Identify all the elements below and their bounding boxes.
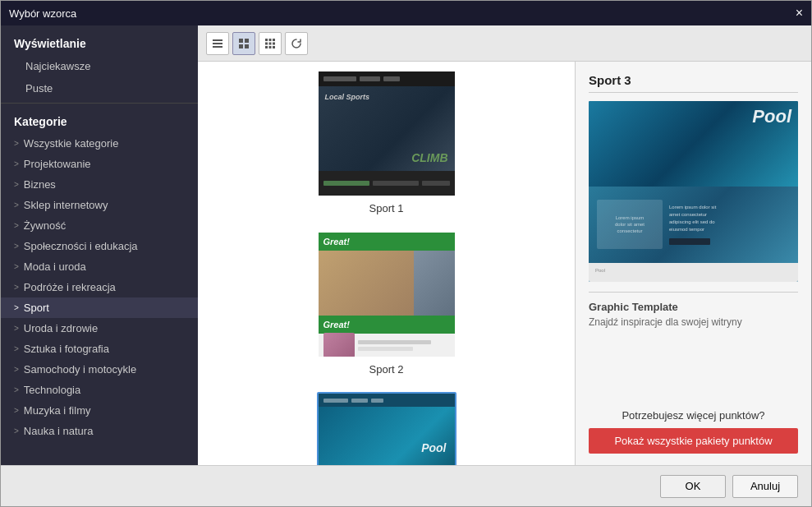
dialog-body: Wyświetlanie Najciekawsze Puste Kategori…	[1, 25, 811, 465]
arrow-icon: >	[14, 426, 19, 436]
svg-rect-4	[245, 39, 249, 43]
cat-label: Podróże i rekreacja	[24, 281, 116, 293]
sport2-bottom-great: Great!	[323, 320, 350, 330]
sport1-hero-text: Local Sports	[325, 93, 370, 101]
preview-panel: Sport 3 Pool	[576, 62, 811, 465]
sidebar-cat-podroze[interactable]: > Podróże i rekreacja	[1, 277, 198, 297]
sidebar-cat-sport[interactable]: > Sport	[1, 297, 198, 318]
template-label-sport1: Sport 1	[369, 202, 404, 214]
preview-img-top: Pool	[589, 101, 798, 187]
sport2-face	[323, 333, 355, 357]
svg-rect-1	[213, 43, 222, 44]
svg-rect-0	[213, 39, 222, 41]
cat-label: Sklep internetowy	[24, 199, 108, 211]
svg-rect-14	[269, 46, 272, 48]
cat-label: Technologia	[24, 384, 80, 396]
view-grid-large-button[interactable]	[259, 32, 282, 55]
graphic-template-desc: Znajdź inspiracje dla swojej witryny	[589, 316, 798, 328]
svg-rect-9	[273, 39, 275, 41]
close-button[interactable]: ×	[796, 7, 803, 20]
toolbar	[198, 25, 811, 62]
points-section: Potrzebujesz więcej punktów? Pokaż wszys…	[589, 401, 798, 454]
nav-dot	[383, 76, 400, 81]
template-list: Local Sports CLIMB Sport 1	[198, 62, 576, 465]
cat-label: Biznes	[24, 178, 56, 191]
content-row: Local Sports CLIMB Sport 1	[198, 62, 811, 465]
preview-title: Sport 3	[589, 73, 798, 93]
svg-rect-11	[269, 42, 272, 44]
template-thumb-sport3: Pool	[317, 392, 456, 465]
template-label-sport2: Sport 2	[369, 363, 404, 376]
kategorie-label: Kategorie	[1, 103, 198, 133]
sidebar-cat-zywnosc[interactable]: > Żywność	[1, 215, 198, 236]
ok-button[interactable]: OK	[660, 475, 726, 498]
sidebar-cat-muzyka[interactable]: > Muzyka i filmy	[1, 400, 198, 421]
view-list-button[interactable]	[206, 32, 229, 55]
sidebar-item-puste[interactable]: Puste	[1, 77, 198, 99]
cat-label: Społeczności i edukacja	[24, 240, 138, 252]
sport2-bottom-header: Great!	[319, 316, 455, 334]
sport3-nav	[319, 394, 455, 407]
cat-label: Żywność	[24, 219, 66, 232]
arrow-icon: >	[14, 139, 19, 148]
sidebar-item-najciekawsze[interactable]: Najciekawsze	[1, 55, 198, 77]
nav-dot	[351, 399, 368, 403]
sport2-footer	[319, 334, 455, 357]
cat-label: Nauka i natura	[24, 425, 94, 437]
arrow-icon: >	[14, 324, 19, 333]
sidebar-cat-uroda[interactable]: > Uroda i zdrowie	[1, 318, 198, 339]
nav-dot	[323, 399, 348, 403]
template-item-sport2[interactable]: Great! Great!	[206, 231, 567, 376]
cat-label: Wszystkie kategorie	[24, 137, 119, 150]
cat-label: Sztuka i fotografia	[24, 343, 109, 355]
arrow-icon: >	[14, 283, 19, 292]
template-item-sport3[interactable]: Pool Sport 3	[206, 392, 567, 465]
sport2-img2	[414, 251, 455, 316]
svg-rect-10	[265, 42, 268, 44]
arrow-icon: >	[14, 262, 19, 271]
wybor-wzorca-dialog: Wybór wzorca × Wyświetlanie Najciekawsze…	[0, 0, 812, 507]
sidebar-cat-sztuka[interactable]: > Sztuka i fotografia	[1, 339, 198, 359]
cat-label: Projektowanie	[24, 158, 91, 170]
sidebar-cat-projektowanie[interactable]: > Projektowanie	[1, 154, 198, 174]
arrow-icon: >	[14, 159, 19, 168]
arrow-icon: >	[14, 303, 19, 312]
arrow-icon: >	[14, 180, 19, 189]
template-item-sport1[interactable]: Local Sports CLIMB Sport 1	[206, 70, 567, 214]
cat-label: Sport	[24, 302, 49, 314]
sport1-bottom	[319, 171, 455, 196]
sidebar-cat-moda[interactable]: > Moda i uroda	[1, 256, 198, 277]
view-grid-medium-button[interactable]	[232, 32, 255, 55]
sidebar: Wyświetlanie Najciekawsze Puste Kategori…	[1, 25, 198, 465]
sidebar-cat-technologia[interactable]: > Technologia	[1, 380, 198, 400]
cat-label: Samochody i motocykle	[24, 363, 136, 376]
nav-dot	[323, 76, 356, 81]
arrow-icon: >	[14, 406, 19, 415]
titlebar: Wybór wzorca ×	[1, 1, 811, 25]
svg-rect-12	[273, 42, 275, 44]
sidebar-cat-sklep[interactable]: > Sklep internetowy	[1, 195, 198, 215]
dialog-title: Wybór wzorca	[9, 7, 76, 20]
sidebar-cat-biznes[interactable]: > Biznes	[1, 174, 198, 195]
points-button[interactable]: Pokaż wszystkie pakiety punktów	[589, 428, 798, 454]
cancel-button[interactable]: Anuluj	[732, 475, 798, 498]
svg-rect-6	[245, 44, 249, 48]
sidebar-cat-spolecznosci[interactable]: > Społeczności i edukacja	[1, 236, 198, 256]
bar	[373, 181, 419, 186]
sidebar-cat-wszystkie[interactable]: > Wszystkie kategorie	[1, 133, 198, 154]
arrow-icon: >	[14, 221, 19, 230]
arrow-icon: >	[14, 344, 19, 353]
sport2-mid	[319, 251, 455, 316]
wyswietlanie-label: Wyświetlanie	[1, 25, 198, 55]
main-area: Local Sports CLIMB Sport 1	[198, 25, 811, 465]
sidebar-cat-samochody[interactable]: > Samochody i motocykle	[1, 359, 198, 380]
sport2-header: Great!	[319, 233, 455, 251]
svg-rect-5	[239, 44, 243, 48]
svg-rect-3	[239, 39, 243, 43]
refresh-button[interactable]	[285, 32, 308, 55]
bar	[323, 181, 369, 186]
graphic-template-title: Graphic Template	[589, 301, 798, 313]
sidebar-cat-nauka[interactable]: > Nauka i natura	[1, 421, 198, 441]
sport2-img1	[319, 251, 414, 316]
cat-label: Moda i uroda	[24, 260, 86, 273]
